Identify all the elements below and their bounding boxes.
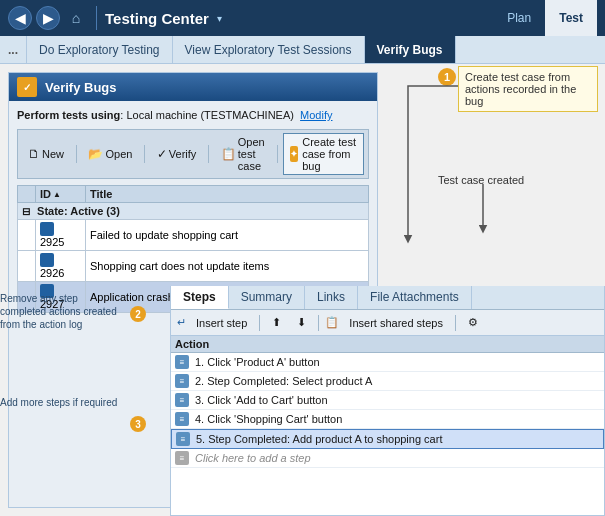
top-navigation: ◀ ▶ ⌂ Testing Center ▾ Plan Test — [0, 0, 605, 36]
test-case-created-label: Test case created — [438, 174, 524, 186]
badge-1: 1 — [438, 68, 456, 86]
open-test-label: Open test case — [238, 136, 265, 172]
create-bug-icon: ✦ — [290, 146, 298, 162]
step-row[interactable]: ≡ 2. Step Completed: Select product A — [171, 372, 604, 391]
open-icon: 📂 — [88, 147, 103, 161]
add-step-text: Click here to add a step — [195, 452, 311, 464]
dialog-toolbar: 🗋 New 📂 Open ✓ Verify 📋 Open test case — [17, 129, 369, 179]
row-id: 2927 — [36, 282, 86, 313]
step-icon: ≡ — [176, 432, 190, 446]
sort-id-icon: ▲ — [53, 190, 61, 199]
row-title: Failed to update shopping cart — [86, 220, 369, 251]
perform-label: Perform tests using — [17, 109, 120, 121]
step-row[interactable]: ≡ 3. Click 'Add to Cart' button — [171, 391, 604, 410]
sec-nav-dots[interactable]: ... — [0, 36, 27, 63]
create-from-bug-button[interactable]: ✦ Create test case from bug — [283, 133, 364, 175]
open-button[interactable]: 📂 Open — [82, 144, 138, 164]
create-annotation: Create test case from actions recorded i… — [458, 66, 598, 112]
forward-button[interactable]: ▶ — [36, 6, 60, 30]
st-sep-1 — [259, 315, 260, 331]
steps-extra-button[interactable]: ⚙ — [462, 313, 484, 332]
nav-tabs: Plan Test — [493, 0, 597, 36]
insert-step-icon: ↵ — [177, 316, 186, 329]
step-row-selected[interactable]: ≡ 5. Step Completed: Add product A to sh… — [171, 429, 604, 449]
tab-plan[interactable]: Plan — [493, 0, 545, 36]
main-area: ✓ Verify Bugs Perform tests using: Local… — [0, 64, 605, 516]
row-checkbox[interactable] — [18, 220, 36, 251]
tab-file-attachments[interactable]: File Attachments — [358, 286, 472, 309]
home-icon[interactable]: ⌂ — [64, 6, 88, 30]
steps-list: ≡ 1. Click 'Product A' button ≡ 2. Step … — [171, 353, 604, 468]
app-title: Testing Center — [105, 10, 209, 27]
bug-icon — [40, 253, 54, 267]
new-label: New — [42, 148, 64, 160]
steps-toolbar: ↵ Insert step ⬆ ⬇ 📋 Insert shared steps … — [171, 310, 604, 336]
verify-label: Verify — [169, 148, 197, 160]
step-text: 2. Step Completed: Select product A — [195, 375, 372, 387]
dialog-title-bar: ✓ Verify Bugs — [9, 73, 377, 101]
step-text: 3. Click 'Add to Cart' button — [195, 394, 328, 406]
th-title[interactable]: Title — [86, 186, 369, 203]
back-button[interactable]: ◀ — [8, 6, 32, 30]
table-row[interactable]: 2926 Shopping cart does not update items — [18, 251, 369, 282]
row-title: Shopping cart does not update items — [86, 251, 369, 282]
th-checkbox — [18, 186, 36, 203]
step-text: 5. Step Completed: Add product A to shop… — [196, 433, 442, 445]
machine-name: Local machine (TESTMACHINEA) — [126, 109, 294, 121]
group-row-active: ⊟ State: Active (3) — [18, 203, 369, 220]
perform-line: Perform tests using: Local machine (TEST… — [17, 109, 369, 121]
row-checkbox[interactable] — [18, 282, 36, 313]
app-dropdown-icon[interactable]: ▾ — [217, 13, 222, 24]
bug-icon — [40, 222, 54, 236]
tab-test[interactable]: Test — [545, 0, 597, 36]
sidebar-item-view-sessions[interactable]: View Exploratory Test Sessions — [173, 36, 365, 63]
expand-icon: ⊟ — [22, 206, 30, 217]
st-sep-2 — [318, 315, 319, 331]
new-button[interactable]: 🗋 New — [22, 144, 70, 164]
step-text: 1. Click 'Product A' button — [195, 356, 320, 368]
th-id[interactable]: ID ▲ — [36, 186, 86, 203]
steps-extra-icon: ⚙ — [468, 316, 478, 329]
verify-icon: ✓ — [157, 147, 167, 161]
tab-steps[interactable]: Steps — [171, 286, 229, 309]
open-test-button[interactable]: 📋 Open test case — [215, 133, 271, 175]
add-step-icon: ≡ — [175, 451, 189, 465]
sidebar-item-verify-bugs[interactable]: Verify Bugs — [365, 36, 456, 63]
create-label: Create test case from bug — [302, 136, 357, 172]
modify-link[interactable]: Modify — [300, 109, 332, 121]
step-text: 4. Click 'Shopping Cart' button — [195, 413, 342, 425]
steps-panel: Steps Summary Links File Attachments ↵ I… — [170, 286, 605, 516]
verify-button[interactable]: ✓ Verify — [151, 144, 203, 164]
step-icon: ≡ — [175, 374, 189, 388]
row-id: 2926 — [36, 251, 86, 282]
move-down-icon: ⬇ — [297, 316, 306, 329]
steps-column-header: Action — [171, 336, 604, 353]
tab-summary[interactable]: Summary — [229, 286, 305, 309]
add-step-row[interactable]: ≡ Click here to add a step — [171, 449, 604, 468]
move-up-button[interactable]: ⬆ — [266, 313, 287, 332]
tab-links[interactable]: Links — [305, 286, 358, 309]
row-checkbox[interactable] — [18, 251, 36, 282]
insert-shared-button[interactable]: Insert shared steps — [343, 314, 449, 332]
open-label: Open — [105, 148, 132, 160]
step-row[interactable]: ≡ 4. Click 'Shopping Cart' button — [171, 410, 604, 429]
move-down-button[interactable]: ⬇ — [291, 313, 312, 332]
insert-shared-icon: 📋 — [325, 316, 339, 329]
dialog-icon: ✓ — [17, 77, 37, 97]
step-icon: ≡ — [175, 412, 189, 426]
row-id: 2925 — [36, 220, 86, 251]
new-icon: 🗋 — [28, 147, 40, 161]
st-sep-3 — [455, 315, 456, 331]
insert-step-button[interactable]: Insert step — [190, 314, 253, 332]
step-icon: ≡ — [175, 393, 189, 407]
bug-icon — [40, 284, 54, 298]
steps-tabs: Steps Summary Links File Attachments — [171, 286, 604, 310]
sidebar-item-exploratory[interactable]: Do Exploratory Testing — [27, 36, 173, 63]
step-row[interactable]: ≡ 1. Click 'Product A' button — [171, 353, 604, 372]
nav-divider — [96, 6, 97, 30]
secondary-navigation: ... Do Exploratory Testing View Explorat… — [0, 36, 605, 64]
table-row[interactable]: 2925 Failed to update shopping cart — [18, 220, 369, 251]
group-label: ⊟ State: Active (3) — [18, 203, 369, 220]
move-up-icon: ⬆ — [272, 316, 281, 329]
open-test-icon: 📋 — [221, 147, 236, 161]
